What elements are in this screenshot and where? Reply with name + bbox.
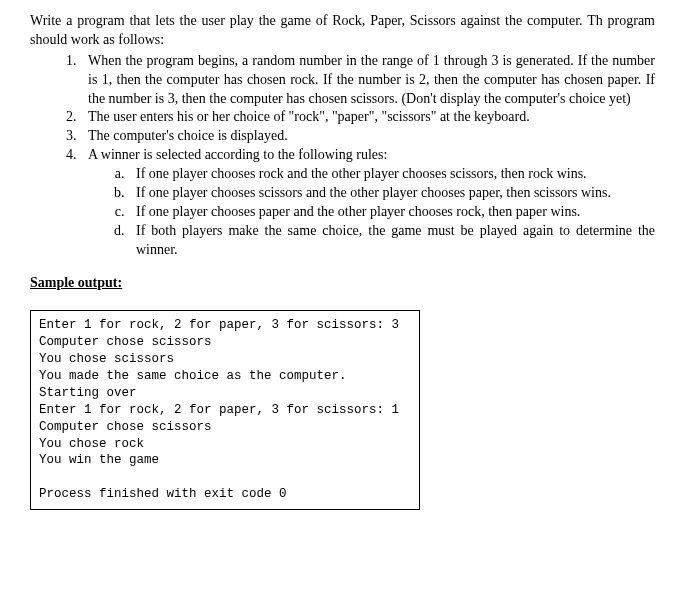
problem-intro: Write a program that lets the user play …	[30, 12, 655, 50]
rule-c: If one player chooses paper and the othe…	[128, 203, 655, 222]
rules-sublist: If one player chooses rock and the other…	[88, 165, 655, 259]
step-4: A winner is selected according to the fo…	[80, 146, 655, 259]
rule-d: If both players make the same choice, th…	[128, 222, 655, 260]
sample-output-heading: Sample output:	[30, 274, 655, 293]
sample-output-box: Enter 1 for rock, 2 for paper, 3 for sci…	[30, 310, 420, 510]
step-4-text: A winner is selected according to the fo…	[88, 147, 387, 162]
rule-b: If one player chooses scissors and the o…	[128, 184, 655, 203]
main-steps-list: When the program begins, a random number…	[30, 52, 655, 260]
step-1: When the program begins, a random number…	[80, 52, 655, 109]
rule-a: If one player chooses rock and the other…	[128, 165, 655, 184]
step-3: The computer's choice is displayed.	[80, 127, 655, 146]
step-2: The user enters his or her choice of "ro…	[80, 108, 655, 127]
